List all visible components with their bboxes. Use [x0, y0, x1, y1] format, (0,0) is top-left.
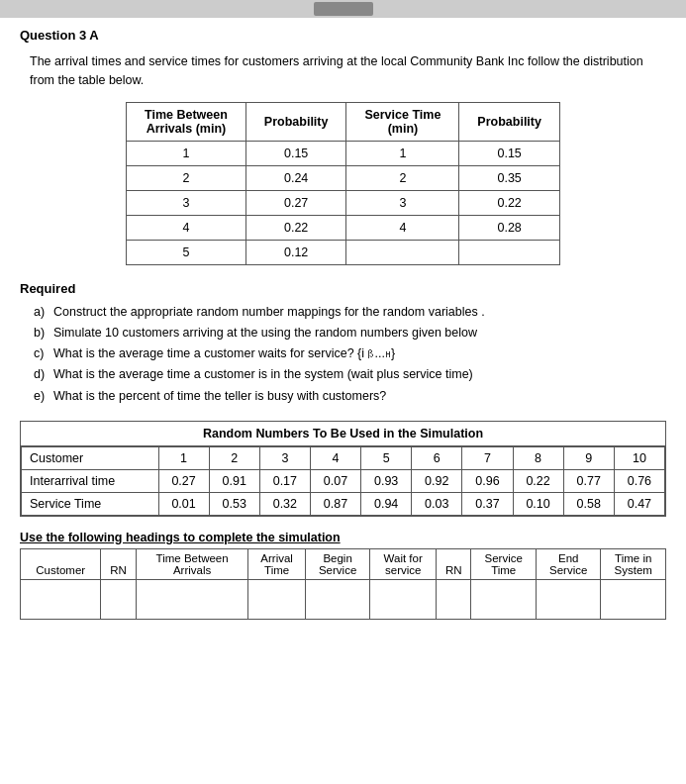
rn-value: 0.07 [310, 469, 360, 492]
dist-prob1: 0.15 [245, 141, 346, 165]
rn-value: 0.87 [310, 492, 360, 515]
required-item: e)What is the percent of time the teller… [34, 386, 666, 407]
rn-col-num: 5 [361, 446, 412, 469]
rn-col-num: 3 [259, 446, 310, 469]
req-letter: c) [34, 343, 49, 364]
sim-col-header: RN [101, 548, 136, 579]
sim-col-header: EndService [536, 548, 601, 579]
sim-cell [305, 579, 370, 619]
rn-col-num: 10 [614, 446, 664, 469]
dist-table-row: 4 0.22 4 0.28 [127, 215, 560, 240]
top-bar-button[interactable] [314, 2, 373, 16]
sim-cell [471, 579, 537, 619]
sim-cell [370, 579, 437, 619]
sim-cell [21, 579, 101, 619]
rn-col-num: 1 [158, 446, 209, 469]
sim-section: Use the following headings to complete t… [20, 531, 666, 620]
rn-value: 0.76 [614, 469, 664, 492]
req-text: Simulate 10 customers arriving at the us… [53, 323, 477, 343]
dist-service: 4 [346, 215, 459, 240]
rn-data-row: Interarrival time0.270.910.170.070.930.9… [22, 469, 665, 492]
rn-col-num: 6 [412, 446, 462, 469]
dist-col2-header: Probability [245, 102, 346, 141]
sim-header-row: CustomerRNTime BetweenArrivalsArrivalTim… [21, 548, 666, 579]
dist-prob2: 0.15 [459, 141, 560, 165]
rn-data-row: Service Time0.010.530.320.870.940.030.37… [22, 492, 665, 515]
rn-section: Random Numbers To Be Used in the Simulat… [20, 421, 666, 517]
rn-col-num: 9 [563, 446, 614, 469]
rn-row-label: Service Time [22, 492, 159, 515]
sim-col-header: Time inSystem [601, 548, 666, 579]
required-list: a)Construct the appropriate random numbe… [20, 302, 666, 407]
rn-value: 0.01 [158, 492, 209, 515]
rn-value: 0.32 [259, 492, 310, 515]
sim-cell [136, 579, 248, 619]
req-letter: e) [34, 386, 49, 407]
sim-col-header: Customer [21, 548, 101, 579]
rn-value: 0.91 [209, 469, 259, 492]
required-item: d)What is the average time a customer is… [34, 364, 666, 385]
rn-col-num: 2 [209, 446, 259, 469]
dist-col1-header: Time Between Arrivals (min) [127, 102, 246, 141]
sim-table: CustomerRNTime BetweenArrivalsArrivalTim… [20, 548, 666, 620]
required-item: a)Construct the appropriate random numbe… [34, 302, 666, 323]
dist-prob1: 0.12 [245, 240, 346, 264]
sim-col-header: Wait forservice [370, 548, 437, 579]
intro-text: The arrival times and service times for … [20, 52, 666, 90]
required-item: c)What is the average time a customer wa… [34, 343, 666, 364]
rn-col-num: 7 [462, 446, 513, 469]
req-text: What is the average time a customer wait… [53, 343, 395, 364]
dist-arrivals: 2 [127, 165, 246, 190]
sim-cell [248, 579, 306, 619]
top-bar [0, 0, 686, 18]
rn-row-label: Interarrival time [22, 469, 159, 492]
rn-value: 0.22 [513, 469, 563, 492]
rn-value: 0.92 [412, 469, 462, 492]
dist-service: 3 [346, 190, 459, 215]
dist-arrivals: 3 [127, 190, 246, 215]
rn-col-num: 4 [310, 446, 360, 469]
req-letter: a) [34, 302, 49, 323]
rn-value: 0.47 [614, 492, 664, 515]
dist-prob2 [459, 240, 560, 264]
sim-col-header: BeginService [305, 548, 370, 579]
rn-col-num: 8 [513, 446, 563, 469]
rn-value: 0.94 [361, 492, 412, 515]
question-title: Question 3 A [20, 28, 666, 43]
distribution-table: Time Between Arrivals (min) Probability … [126, 102, 560, 265]
dist-table-row: 5 0.12 [127, 240, 560, 264]
sim-cell [536, 579, 601, 619]
dist-prob2: 0.28 [459, 215, 560, 240]
rn-header-row: Customer12345678910 [22, 446, 665, 469]
dist-prob1: 0.24 [245, 165, 346, 190]
dist-arrivals: 4 [127, 215, 246, 240]
sim-cell [437, 579, 471, 619]
sim-cell [101, 579, 136, 619]
dist-prob2: 0.22 [459, 190, 560, 215]
rn-value: 0.96 [462, 469, 513, 492]
dist-arrivals: 1 [127, 141, 246, 165]
dist-prob2: 0.35 [459, 165, 560, 190]
sim-data-row [21, 579, 666, 619]
dist-prob1: 0.22 [245, 215, 346, 240]
rn-value: 0.58 [563, 492, 614, 515]
req-letter: d) [34, 364, 49, 385]
rn-value: 0.53 [209, 492, 259, 515]
rn-value: 0.10 [513, 492, 563, 515]
required-item: b)Simulate 10 customers arriving at the … [34, 323, 666, 343]
rn-value: 0.27 [158, 469, 209, 492]
dist-service [346, 240, 459, 264]
dist-table-row: 1 0.15 1 0.15 [127, 141, 560, 165]
req-text: What is the average time a customer is i… [53, 364, 473, 385]
rn-value: 0.77 [563, 469, 614, 492]
req-text: Construct the appropriate random number … [53, 302, 485, 323]
required-title: Required [20, 281, 666, 296]
dist-service: 2 [346, 165, 459, 190]
rn-col-label: Customer [22, 446, 159, 469]
dist-table-row: 2 0.24 2 0.35 [127, 165, 560, 190]
page-content: Question 3 A The arrival times and servi… [0, 18, 686, 630]
rn-table-wrap: Random Numbers To Be Used in the Simulat… [20, 421, 666, 517]
dist-prob1: 0.27 [245, 190, 346, 215]
req-letter: b) [34, 323, 49, 343]
sim-cell [601, 579, 666, 619]
